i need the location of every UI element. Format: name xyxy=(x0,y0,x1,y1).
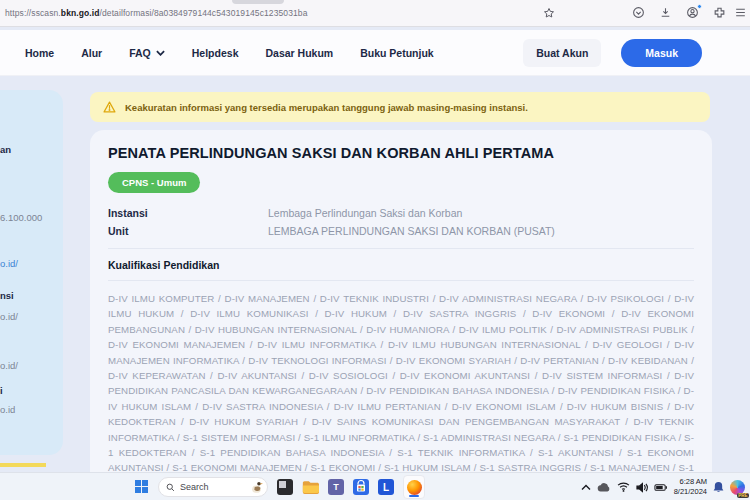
kualifikasi-section: Kualifikasi Pendidikan D-IV ILMU KOMPUTE… xyxy=(108,248,694,491)
downloads-icon[interactable] xyxy=(658,5,673,20)
panel-fragment: an xyxy=(0,144,11,155)
instansi-row: Instansi Lembaga Perlindungan Saksi dan … xyxy=(108,207,694,219)
search-placeholder: Search xyxy=(180,482,244,492)
background-info-panel: an 6.100.000 o.id/ nsi o.id/ o.id/ i o.i… xyxy=(0,90,63,455)
nav-item-faq[interactable]: FAQ xyxy=(129,47,165,59)
panel-fragment: o.id xyxy=(0,404,15,415)
bookmark-star-icon[interactable] xyxy=(541,5,556,20)
panel-fragment: i xyxy=(0,385,3,396)
clock-time: 6:28 AM xyxy=(674,477,707,487)
firefox-icon[interactable] xyxy=(403,475,425,499)
site-navbar: Home Alur FAQ Helpdesk Dasar Hukum Buku … xyxy=(0,30,750,76)
browser-tab[interactable] xyxy=(232,0,284,4)
url-path: /detailformasi/8a0384979144c543019145c12… xyxy=(100,8,308,18)
chevron-down-icon xyxy=(156,50,165,56)
battery-icon[interactable] xyxy=(654,483,668,492)
unit-row: Unit LEMBAGA PERLINDUNGAN SAKSI DAN KORB… xyxy=(108,225,694,237)
onedrive-icon[interactable] xyxy=(597,482,611,492)
account-icon[interactable] xyxy=(685,5,700,20)
panel-fragment-link[interactable]: o.id/ xyxy=(0,258,18,269)
taskbar-search[interactable]: Search xyxy=(158,477,268,497)
clock-date: 8/21/2024 xyxy=(674,487,707,497)
buat-akun-button[interactable]: Buat Akun xyxy=(523,39,601,67)
status-badge: CPNS - Umum xyxy=(108,172,200,193)
panel-fragment: o.id/ xyxy=(0,311,18,322)
nav-item-dasar-hukum[interactable]: Dasar Hukum xyxy=(265,47,333,59)
kualifikasi-text: D-IV ILMU KOMPUTER / D-IV MANAJEMEN / D-… xyxy=(108,291,694,491)
unit-label: Unit xyxy=(108,225,268,237)
pocket-icon[interactable] xyxy=(631,5,646,20)
windows-taskbar: Search T L 6:28 AM 8/21/2024 PRE xyxy=(0,472,750,500)
kualifikasi-section-title: Kualifikasi Pendidikan xyxy=(108,259,694,281)
volume-icon[interactable] xyxy=(636,482,648,493)
teams-icon[interactable]: T xyxy=(328,479,344,495)
panel-fragment: nsi xyxy=(0,290,14,301)
file-explorer-icon[interactable] xyxy=(302,480,319,495)
job-detail-card: PENATA PERLINDUNGAN SAKSI DAN KORBAN AHL… xyxy=(90,130,712,472)
nav-item-helpdesk[interactable]: Helpdesk xyxy=(192,47,239,59)
search-highlight-bird-image xyxy=(249,480,264,494)
background-yellow-element xyxy=(0,463,46,467)
warning-icon xyxy=(103,101,116,113)
url-domain: bkn.go.id xyxy=(61,8,100,18)
page-title: PENATA PERLINDUNGAN SAKSI DAN KORBAN AHL… xyxy=(108,145,694,161)
l-app-icon[interactable]: L xyxy=(378,479,394,495)
start-button[interactable] xyxy=(135,480,149,494)
copilot-pre-badge: PRE xyxy=(737,493,749,498)
unit-value: LEMBAGA PERLINDUNGAN SAKSI DAN KORBAN (P… xyxy=(268,225,555,237)
url-bar[interactable]: https://sscasn.bkn.go.id/detailformasi/8… xyxy=(5,8,307,18)
search-icon xyxy=(166,483,175,492)
panel-fragment: o.id/ xyxy=(0,360,18,371)
menu-icon[interactable] xyxy=(733,5,748,20)
url-prefix: https://sscasn. xyxy=(5,8,61,18)
disclaimer-text: Keakuratan informasi yang tersedia merup… xyxy=(125,102,528,113)
store-icon[interactable] xyxy=(353,479,369,495)
nav-item-buku-petunjuk[interactable]: Buku Petunjuk xyxy=(360,47,434,59)
instansi-value: Lembaga Perlindungan Saksi dan Korban xyxy=(268,207,462,219)
copilot-icon[interactable]: PRE xyxy=(730,480,745,495)
wifi-icon[interactable] xyxy=(617,482,630,492)
account-notification-dot xyxy=(697,4,702,9)
nav-item-home[interactable]: Home xyxy=(25,47,54,59)
dark-app-icon[interactable] xyxy=(277,479,293,495)
taskbar-clock[interactable]: 6:28 AM 8/21/2024 xyxy=(674,477,707,497)
extensions-icon[interactable] xyxy=(712,5,727,20)
panel-fragment-salary: 6.100.000 xyxy=(0,212,42,223)
active-app-indicator xyxy=(409,495,419,498)
browser-toolbar: https://sscasn.bkn.go.id/detailformasi/8… xyxy=(0,0,750,27)
masuk-button[interactable]: Masuk xyxy=(621,39,702,67)
nav-item-alur[interactable]: Alur xyxy=(81,47,102,59)
notification-bell-icon[interactable] xyxy=(713,481,724,493)
instansi-label: Instansi xyxy=(108,207,268,219)
disclaimer-banner: Keakuratan informasi yang tersedia merup… xyxy=(90,92,710,122)
tray-chevron-up-icon[interactable] xyxy=(581,484,591,491)
